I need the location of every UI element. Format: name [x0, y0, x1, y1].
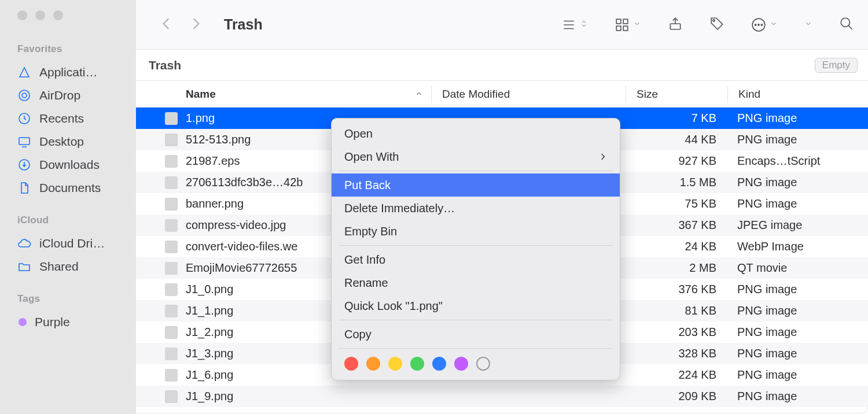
group-by-button[interactable]: [615, 17, 641, 32]
file-thumbnail-icon: [165, 369, 178, 382]
file-thumbnail-icon: [165, 326, 178, 339]
sidebar: Favorites Applicati… AirDrop Recents Des…: [0, 0, 136, 414]
tag-color-yellow[interactable]: [388, 357, 402, 371]
share-button[interactable]: [668, 16, 683, 34]
tag-color-purple[interactable]: [454, 357, 468, 371]
toolbar-overflow-button[interactable]: [804, 20, 812, 30]
file-name: J1_0.png: [186, 283, 233, 296]
sidebar-item-label: iCloud Dri…: [39, 236, 105, 250]
path-bar: Trash Empty: [136, 49, 868, 81]
file-name: J1_1.png: [186, 304, 233, 317]
context-tag-row: [332, 351, 620, 376]
sidebar-item-label: Documents: [39, 181, 101, 195]
tags-button[interactable]: [709, 16, 724, 34]
empty-trash-button[interactable]: Empty: [815, 58, 858, 73]
context-empty-bin[interactable]: Empty Bin: [332, 220, 620, 243]
tag-color-none[interactable]: [476, 357, 490, 371]
file-size: 203 KB: [619, 326, 729, 339]
file-name: J1_9.png: [186, 390, 233, 403]
grid-icon: [615, 17, 630, 32]
action-menu-button[interactable]: [751, 17, 778, 32]
file-thumbnail-icon: [165, 348, 178, 360]
submenu-arrow-icon: [599, 150, 607, 164]
svg-point-13: [758, 24, 759, 25]
sidebar-icloud-heading: iCloud: [0, 215, 136, 232]
file-name: J1_3.png: [186, 347, 233, 360]
chevron-up-down-icon: [580, 20, 588, 30]
svg-rect-3: [19, 138, 30, 145]
sidebar-item-icloud-drive[interactable]: iCloud Dri…: [0, 232, 136, 255]
context-delete-immediately[interactable]: Delete Immediately…: [332, 197, 620, 220]
file-kind: PNG image: [729, 133, 868, 146]
svg-point-1: [22, 93, 27, 98]
file-thumbnail-icon: [165, 219, 178, 232]
column-header-size[interactable]: Size: [626, 88, 727, 101]
zoom-window-icon[interactable]: [53, 10, 63, 20]
context-open-with[interactable]: Open With: [332, 145, 620, 168]
svg-rect-7: [616, 26, 621, 31]
column-header-kind[interactable]: Kind: [728, 88, 868, 101]
sidebar-item-applications[interactable]: Applicati…: [0, 61, 136, 84]
context-quick-look[interactable]: Quick Look "1.png": [332, 294, 620, 317]
sidebar-item-shared[interactable]: Shared: [0, 255, 136, 278]
tag-color-orange[interactable]: [366, 357, 380, 371]
sidebar-item-recents[interactable]: Recents: [0, 107, 136, 130]
context-put-back[interactable]: Put Back: [332, 173, 620, 197]
search-button[interactable]: [839, 16, 854, 34]
downloads-icon: [17, 158, 31, 172]
file-row[interactable]: J1_9.png209 KBPNG image: [136, 386, 868, 407]
search-icon: [839, 16, 854, 31]
context-get-info[interactable]: Get Info: [332, 248, 620, 271]
context-rename[interactable]: Rename: [332, 271, 620, 294]
file-kind: PNG image: [729, 390, 868, 403]
tag-icon: [709, 16, 724, 31]
file-thumbnail-icon: [165, 390, 178, 403]
file-kind: PNG image: [729, 326, 868, 339]
minimize-window-icon[interactable]: [35, 10, 45, 20]
file-kind: PNG image: [729, 176, 868, 189]
file-thumbnail-icon: [165, 176, 178, 189]
svg-rect-9: [670, 24, 680, 29]
location-title: Trash: [149, 58, 815, 72]
column-header-date[interactable]: Date Modified: [432, 88, 626, 101]
file-kind: PNG image: [729, 197, 868, 210]
file-thumbnail-icon: [165, 112, 178, 125]
sidebar-tag-purple[interactable]: Purple: [0, 310, 136, 334]
documents-icon: [17, 181, 31, 195]
desktop-icon: [17, 135, 31, 149]
chevron-down-icon: [633, 20, 641, 30]
sidebar-item-downloads[interactable]: Downloads: [0, 153, 136, 176]
file-thumbnail-icon: [165, 305, 178, 317]
sidebar-item-label: Recents: [39, 112, 84, 125]
chevron-down-icon: [770, 20, 778, 30]
file-name: J1_6.png: [186, 368, 233, 382]
svg-rect-5: [616, 19, 621, 24]
list-view-icon: [561, 17, 576, 32]
file-kind: PNG image: [729, 347, 868, 360]
svg-point-15: [841, 18, 849, 27]
forward-button[interactable]: [188, 16, 203, 34]
sidebar-item-documents[interactable]: Documents: [0, 176, 136, 199]
back-button[interactable]: [159, 16, 174, 34]
context-copy[interactable]: Copy: [332, 323, 620, 346]
column-header-row: Name Date Modified Size Kind: [136, 81, 868, 108]
sidebar-item-airdrop[interactable]: AirDrop: [0, 84, 136, 107]
tag-color-red[interactable]: [344, 357, 358, 371]
window-controls: [0, 10, 136, 20]
tag-color-green[interactable]: [410, 357, 424, 371]
context-separator: [339, 320, 613, 320]
view-mode-button[interactable]: [561, 17, 588, 32]
toolbar: Trash: [136, 0, 868, 49]
close-window-icon[interactable]: [17, 10, 27, 20]
file-size: 367 KB: [619, 219, 729, 232]
context-open[interactable]: Open: [332, 122, 620, 145]
column-header-name[interactable]: Name: [136, 88, 431, 101]
file-thumbnail-icon: [165, 134, 178, 146]
cloud-icon: [17, 236, 31, 250]
file-thumbnail-icon: [165, 262, 178, 275]
svg-rect-6: [623, 19, 628, 24]
file-name: compress-video.jpg: [186, 219, 286, 232]
file-size: 44 KB: [619, 133, 729, 146]
tag-color-blue[interactable]: [432, 357, 446, 371]
sidebar-item-desktop[interactable]: Desktop: [0, 130, 136, 153]
